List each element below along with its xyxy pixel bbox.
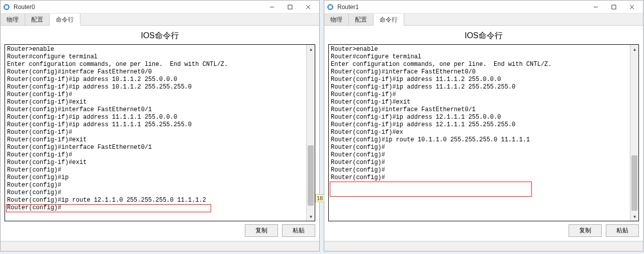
copy-button[interactable]: 复制 — [569, 224, 602, 237]
scrollbar[interactable]: ▴ ▾ — [306, 45, 315, 221]
terminal-line: Router(config-if)#ip address 11.1.1.1 25… — [7, 114, 304, 121]
terminal-line: Router(config-if)#ip address 12.1.1.1 25… — [331, 114, 628, 121]
terminal-line: Enter configuration commands, one per li… — [331, 61, 628, 68]
terminal-line: Router(config)# — [331, 151, 628, 159]
window-title: Router1 — [337, 4, 587, 11]
status-bar — [324, 241, 643, 251]
terminal-line: Router>enable — [331, 46, 628, 53]
terminal-line: Router(config)# — [7, 204, 304, 212]
terminal-output[interactable]: Router>enableRouter#configure terminalEn… — [5, 45, 306, 221]
terminal-line: Router(config)# — [331, 159, 628, 166]
scroll-thumb[interactable] — [631, 155, 637, 211]
terminal-line: Enter configuration commands, one per li… — [7, 61, 304, 68]
terminal-line: Router(config)#interface FastEthernet0/0 — [331, 68, 628, 76]
tab-physical[interactable]: 物理 — [1, 14, 25, 25]
button-row: 复制 粘贴 — [5, 221, 315, 238]
scroll-down-icon[interactable]: ▾ — [630, 212, 638, 221]
terminal-line: Router(config)# — [7, 182, 304, 189]
background-badge: 18 — [315, 194, 324, 202]
content-area: IOS命令行 Router>enableRouter#configure ter… — [324, 26, 643, 241]
terminal-line: Router(config-if)#exit — [331, 99, 628, 106]
tab-config[interactable]: 配置 — [349, 14, 374, 25]
window-router1: Router1 物理 配置 命令行 IOS命令行 Router>enableRo… — [324, 0, 643, 251]
minimize-button[interactable] — [263, 1, 281, 13]
scroll-thumb[interactable] — [308, 145, 314, 206]
tabs: 物理 配置 命令行 — [1, 14, 319, 26]
copy-button[interactable]: 复制 — [245, 224, 278, 237]
button-row: 复制 粘贴 — [328, 221, 639, 238]
window-router0: Router0 物理 配置 命令行 IOS命令行 Router>enableRo… — [0, 0, 320, 251]
terminal-line: Router(config)# — [331, 166, 628, 174]
terminal-line: Router(config-if)# — [7, 91, 304, 99]
tab-cli[interactable]: 命令行 — [374, 14, 404, 26]
svg-rect-3 — [288, 5, 292, 9]
terminal-line: Router#configure terminal — [331, 53, 628, 61]
terminal-line: Router(config-if)# — [7, 129, 304, 136]
terminal-line: Router(config)#ip route 10.1.1.0 255.255… — [331, 136, 628, 144]
highlight-box — [330, 182, 532, 197]
terminal-line: Router(config-if)#ip address 10.1.1.2 25… — [7, 76, 304, 83]
terminal-line: Router(config)# — [331, 144, 628, 151]
scroll-up-icon[interactable]: ▴ — [630, 45, 638, 53]
panel-title: IOS命令行 — [328, 29, 639, 44]
scroll-down-icon[interactable]: ▾ — [307, 212, 315, 221]
scrollbar[interactable]: ▴ ▾ — [630, 45, 638, 221]
tabs: 物理 配置 命令行 — [324, 14, 643, 26]
maximize-button[interactable] — [281, 1, 299, 13]
terminal-line: Router(config-if)#ip address 10.1.1.2 25… — [7, 83, 304, 91]
tab-physical[interactable]: 物理 — [324, 14, 349, 25]
terminal-line: Router(config-if)#ex — [331, 129, 628, 136]
terminal-line: Router(config)#interface FastEthernet0/1 — [7, 106, 304, 114]
content-area: IOS命令行 Router>enableRouter#configure ter… — [1, 26, 319, 241]
svg-rect-1 — [5, 6, 8, 9]
terminal-line: Router(config-if)#ip address 11.1.1.2 25… — [331, 83, 628, 91]
terminal-line: Router(config-if)# — [331, 91, 628, 99]
terminal-container: Router>enableRouter#configure terminalEn… — [5, 44, 315, 221]
terminal-container: Router>enableRouter#configure terminalEn… — [328, 44, 639, 221]
terminal-line: Router(config)#ip — [7, 174, 304, 182]
paste-button[interactable]: 粘贴 — [606, 224, 639, 237]
paste-button[interactable]: 粘贴 — [282, 224, 315, 237]
maximize-button[interactable] — [605, 1, 623, 13]
close-button[interactable] — [299, 1, 317, 13]
close-button[interactable] — [623, 1, 641, 13]
terminal-line: Router>enable — [7, 46, 304, 53]
window-controls — [587, 1, 641, 13]
terminal-line: Router(config-if)#exit — [7, 99, 304, 106]
minimize-button[interactable] — [587, 1, 605, 13]
terminal-output[interactable]: Router>enableRouter#configure terminalEn… — [329, 45, 630, 221]
window-title: Router0 — [14, 4, 263, 11]
panel-title: IOS命令行 — [5, 29, 315, 44]
terminal-line: Router(config-if)#ip address 11.1.1.1 25… — [7, 121, 304, 129]
terminal-line: Router(config-if)#exit — [7, 136, 304, 144]
terminal-line: Router(config-if)#ip address 12.1.1.1 25… — [331, 121, 628, 129]
terminal-line: Router(config)#interface FastEthernet0/1 — [331, 106, 628, 114]
tab-config[interactable]: 配置 — [25, 14, 50, 25]
app-icon — [3, 3, 11, 11]
terminal-line: Router(config)#ip route 12.1.1.0 255.255… — [7, 197, 304, 204]
svg-rect-7 — [329, 6, 332, 9]
terminal-line: Router(config-if)# — [7, 151, 304, 159]
terminal-line: Router(config)# — [331, 174, 628, 182]
terminal-line: Router#configure terminal — [7, 53, 304, 61]
terminal-line: Router(config)# — [7, 166, 304, 174]
terminal-line: Router(config-if)#exit — [7, 159, 304, 166]
terminal-line: Router(config)#interface FastEthernet0/1 — [7, 144, 304, 151]
scroll-up-icon[interactable]: ▴ — [307, 45, 315, 53]
window-controls — [263, 1, 317, 13]
app-icon — [326, 3, 334, 11]
titlebar: Router1 — [324, 1, 643, 14]
titlebar: Router0 — [1, 1, 319, 14]
tab-cli[interactable]: 命令行 — [50, 14, 80, 26]
terminal-line: Router(config-if)#ip address 11.1.1.2 25… — [331, 76, 628, 83]
status-bar — [1, 241, 319, 251]
terminal-line: Router(config)#interface FastEthernet0/0 — [7, 68, 304, 76]
svg-rect-9 — [612, 5, 616, 9]
terminal-line: Router(config)# — [7, 189, 304, 197]
